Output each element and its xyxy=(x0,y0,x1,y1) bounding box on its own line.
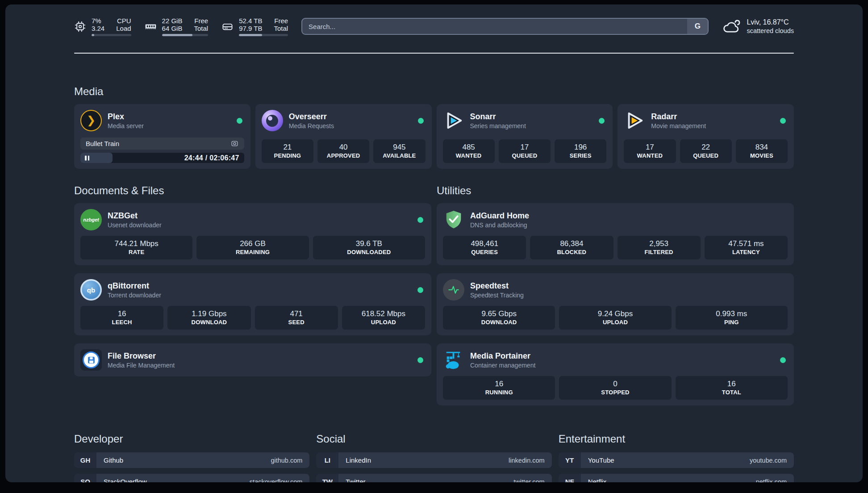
stat-label: DOWNLOADED xyxy=(316,248,422,256)
section-heading-utilities: Utilities xyxy=(437,184,794,197)
card-title: Sonarr xyxy=(470,112,593,121)
weather-condition: scattered clouds xyxy=(747,27,794,35)
dashboard-window: 7% 3.24 CPU Load xyxy=(5,4,863,482)
card-radarr[interactable]: Radarr Movie management 17 WANTED 22 QUE… xyxy=(618,104,794,169)
stat-value: 834 xyxy=(739,142,785,152)
stat-series: 196 SERIES xyxy=(555,139,606,163)
plex-logo-icon: ❯ xyxy=(80,110,102,131)
stat-pending: 21 PENDING xyxy=(262,139,313,163)
card-media-portainer[interactable]: Media Portainer Container management 16 … xyxy=(437,343,794,405)
stat-download: 9.65 Gbps DOWNLOAD xyxy=(443,306,555,330)
stat-upload: 618.52 Mbps UPLOAD xyxy=(342,306,425,330)
search-provider-button[interactable]: G xyxy=(687,19,708,34)
playback-progress-bar[interactable]: 24:44 / 02:06:47 xyxy=(80,153,244,163)
section-media: Media ❯ Plex Media server Bullet Train xyxy=(74,85,794,169)
stat-label: APPROVED xyxy=(320,152,367,159)
stat-movies: 834 MOVIES xyxy=(736,139,788,163)
card-file-browser[interactable]: File Browser Media File Management xyxy=(74,343,431,376)
link-abbr: YT xyxy=(559,452,581,468)
stat-value: 40 xyxy=(320,142,367,152)
link-linkedin[interactable]: LI LinkedIn linkedin.com xyxy=(316,452,551,468)
memory-free-label: Free xyxy=(194,17,208,25)
card-adguard-home[interactable]: AdGuard Home DNS and adblocking 498,461 … xyxy=(437,203,794,265)
card-subtitle: Torrent downloader xyxy=(108,291,412,299)
status-online-dot xyxy=(599,118,605,124)
stat-approved: 40 APPROVED xyxy=(317,139,369,163)
card-speedtest[interactable]: Speedtest Speedtest Tracking 9.65 Gbps D… xyxy=(437,273,794,335)
card-qbittorrent[interactable]: qb qBittorrent Torrent downloader 16 LEE… xyxy=(74,273,431,335)
stat-value: 266 GB xyxy=(199,239,306,248)
file-browser-logo-icon xyxy=(80,349,102,371)
card-nzbget[interactable]: nzbget NZBGet Usenet downloader 744.21 M… xyxy=(74,203,431,265)
card-subtitle: Container management xyxy=(470,361,774,369)
section-heading-entertainment: Entertainment xyxy=(559,432,794,445)
stat-label: UPLOAD xyxy=(345,318,422,326)
cpu-load-value: 3.24 xyxy=(92,25,104,32)
stat-blocked: 86,384 BLOCKED xyxy=(530,236,613,259)
stat-label: RUNNING xyxy=(446,389,552,396)
stat-label: BLOCKED xyxy=(533,248,610,256)
link-abbr: NF xyxy=(559,474,581,482)
stat-value: 618.52 Mbps xyxy=(345,309,422,318)
status-online-dot xyxy=(237,118,242,124)
stat-value: 47.571 ms xyxy=(707,239,785,248)
disk-total-label: Total xyxy=(274,25,288,32)
stat-remaining: 266 GB REMAINING xyxy=(196,236,309,259)
link-abbr: SO xyxy=(74,474,96,482)
search-bar[interactable]: G xyxy=(301,18,709,35)
link-youtube[interactable]: YT YouTube youtube.com xyxy=(559,452,794,468)
nzbget-logo-icon: nzbget xyxy=(80,209,102,230)
disk-total-value: 97.9 TB xyxy=(239,25,262,32)
card-title: Speedtest xyxy=(470,281,788,291)
stat-label: UPLOAD xyxy=(562,318,668,326)
link-github[interactable]: GH Github github.com xyxy=(74,452,309,468)
stat-filtered: 2,953 FILTERED xyxy=(618,236,701,259)
memory-total-label: Total xyxy=(194,25,208,32)
link-netflix[interactable]: NF Netflix netflix.com xyxy=(559,474,794,482)
card-subtitle: Media server xyxy=(108,122,231,130)
card-subtitle: Media Requests xyxy=(289,122,412,130)
stat-label: FILTERED xyxy=(620,248,698,256)
card-title: AdGuard Home xyxy=(470,211,788,221)
section-heading-media: Media xyxy=(74,85,794,98)
qbittorrent-logo-icon: qb xyxy=(80,279,102,301)
cast-icon[interactable] xyxy=(230,139,239,148)
cpu-label: CPU xyxy=(117,17,131,25)
status-online-dot xyxy=(780,357,786,363)
card-sonarr[interactable]: Sonarr Series management 485 WANTED 17 Q… xyxy=(437,104,613,169)
card-plex[interactable]: ❯ Plex Media server Bullet Train xyxy=(74,104,250,169)
stat-value: 17 xyxy=(501,142,548,152)
status-online-dot xyxy=(417,217,423,223)
card-subtitle: Usenet downloader xyxy=(108,221,412,229)
link-abbr: LI xyxy=(316,452,338,468)
disk-icon xyxy=(221,21,234,33)
cpu-progress-fill xyxy=(92,34,94,36)
screen: 7% 3.24 CPU Load xyxy=(0,0,868,493)
stat-label: PENDING xyxy=(264,152,311,159)
stat-label: DOWNLOAD xyxy=(170,318,248,326)
stat-label: QUERIES xyxy=(446,248,523,256)
stat-total: 16 TOTAL xyxy=(676,376,788,400)
link-name: YouTube xyxy=(588,456,614,464)
stat-value: 16 xyxy=(83,309,161,318)
stat-rate: 744.21 Mbps RATE xyxy=(80,236,192,259)
section-utilities: Utilities xyxy=(437,184,794,405)
stat-value: 16 xyxy=(446,379,552,389)
link-stackoverflow[interactable]: SO StackOverflow stackoverflow.com xyxy=(74,474,309,482)
link-twitter[interactable]: TW Twitter twitter.com xyxy=(316,474,551,482)
stat-value: 9.24 Gbps xyxy=(562,309,668,318)
section-documents-files: Documents & Files nzbget NZBGet Usenet d… xyxy=(74,184,431,376)
memory-free-value: 22 GiB xyxy=(162,17,183,25)
system-stats: 7% 3.24 CPU Load xyxy=(74,17,288,36)
memory-progress-fill xyxy=(162,34,192,36)
stat-label: QUEUED xyxy=(683,152,729,159)
disk-stat-widget: 52.4 TB 97.9 TB Free Total xyxy=(221,17,288,36)
stat-value: 17 xyxy=(626,142,673,152)
search-input[interactable] xyxy=(302,19,687,34)
card-title: File Browser xyxy=(108,351,412,361)
stat-ping: 0.993 ms PING xyxy=(676,306,788,330)
card-subtitle: Media File Management xyxy=(108,361,412,369)
card-overseerr[interactable]: Overseerr Media Requests 21 PENDING 40 A… xyxy=(255,104,432,169)
stat-leech: 16 LEECH xyxy=(80,306,163,330)
pause-icon[interactable] xyxy=(85,155,89,160)
